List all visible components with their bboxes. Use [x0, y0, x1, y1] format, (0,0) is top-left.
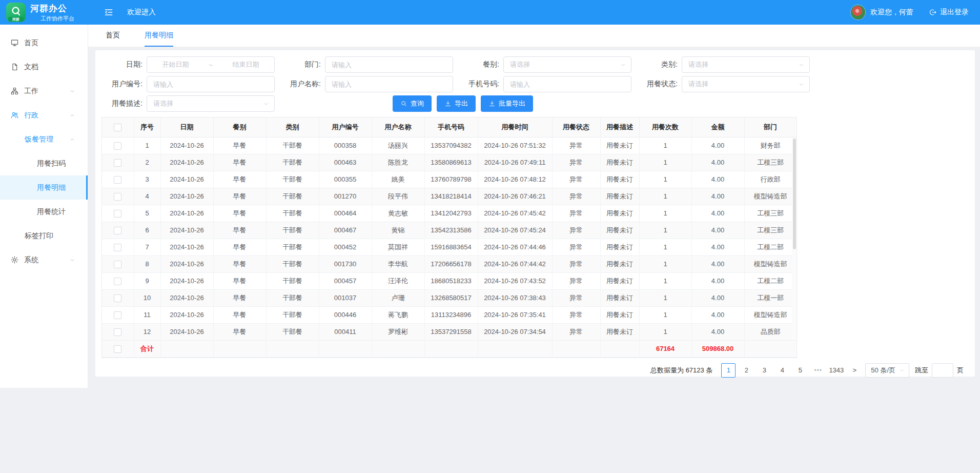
- cell-amount: 4.00: [691, 255, 744, 272]
- filter-meal-type: 餐别:请选择: [458, 56, 637, 73]
- cell-category: 干部餐: [266, 289, 319, 306]
- filter-meal-desc-select[interactable]: 请选择: [147, 95, 275, 112]
- page-size-select[interactable]: 50 条/页: [865, 363, 909, 378]
- page-button-1[interactable]: 1: [721, 363, 736, 378]
- filter-meal-type-select[interactable]: 请选择: [503, 56, 631, 73]
- cell-meal: 早餐: [213, 255, 266, 272]
- sidebar-item-label: 用餐扫码: [37, 159, 66, 168]
- page-button-3[interactable]: 3: [757, 363, 771, 378]
- cell-select: [102, 306, 134, 323]
- cell-desc: 用餐未订: [600, 188, 639, 205]
- page-button-2[interactable]: 2: [739, 363, 753, 378]
- cell-date: 2024-10-26: [160, 323, 213, 340]
- table-scrollbar-thumb[interactable]: [793, 139, 796, 249]
- user-avatar[interactable]: [851, 5, 865, 19]
- page-button-4[interactable]: 4: [775, 363, 789, 378]
- row-checkbox[interactable]: [114, 261, 121, 268]
- cell-desc: 用餐未订: [600, 323, 639, 340]
- cell-dept: 工模一部: [744, 289, 797, 306]
- filter-category: 类别:请选择: [637, 56, 815, 73]
- filter-meal-status-select[interactable]: 请选择: [682, 76, 810, 92]
- cell-category: 干部餐: [266, 239, 319, 255]
- row-checkbox[interactable]: [114, 294, 121, 302]
- filter-category-select[interactable]: 请选择: [682, 56, 810, 73]
- sidebar-item-home[interactable]: 首页: [0, 31, 88, 55]
- row-checkbox[interactable]: [114, 278, 121, 285]
- sidebar-item-docs[interactable]: 文档: [0, 55, 88, 79]
- cell-date: 2024-10-26: [160, 188, 213, 205]
- cell-seq: 9: [134, 272, 160, 289]
- row-checkbox[interactable]: [114, 311, 121, 319]
- app-window: 河群 河群办公 工作协作平台 欢迎进入 欢迎您，何蕾 退出登录 首页文档工作行政…: [0, 0, 980, 473]
- filter-user-name-input[interactable]: [325, 76, 453, 92]
- cell-phone: 18680518233: [424, 272, 478, 289]
- logout-button[interactable]: 退出登录: [929, 8, 969, 17]
- app-logo-icon: 河群: [6, 3, 26, 22]
- filter-date-range[interactable]: 开始日期~结束日期: [147, 56, 275, 73]
- cell-meal: 早餐: [213, 171, 266, 188]
- row-checkbox[interactable]: [114, 244, 121, 251]
- header-right: 欢迎您，何蕾 退出登录: [851, 5, 980, 19]
- row-checkbox[interactable]: [114, 227, 121, 234]
- cell-category: 干部餐: [266, 137, 319, 154]
- app-subtitle: 工作协作平台: [30, 15, 74, 23]
- cell-status: 异常: [552, 222, 600, 239]
- cell-dept: 模型铸造部: [744, 188, 797, 205]
- cell-category: 干部餐: [266, 306, 319, 323]
- sidebar-item-admin[interactable]: 行政: [0, 103, 88, 127]
- batch-export-button[interactable]: 批量导出: [481, 95, 533, 112]
- cell-user_name: 罗维彬: [372, 323, 424, 340]
- cell-meal: 早餐: [213, 289, 266, 306]
- row-checkbox[interactable]: [114, 193, 121, 201]
- sidebar-item-meal-detail[interactable]: 用餐明细: [0, 175, 88, 200]
- search-button[interactable]: 查询: [393, 95, 432, 112]
- sidebar-item-system[interactable]: 系统: [0, 248, 88, 272]
- cell-amount: 4.00: [691, 154, 744, 171]
- filter-phone-input[interactable]: [503, 76, 631, 92]
- cell-phone: 13537291558: [424, 323, 478, 340]
- cell-dept: 财务部: [744, 137, 797, 154]
- chevron-down-icon: [899, 367, 905, 373]
- col-header-time: 用餐时间: [478, 117, 552, 137]
- tab-meal-detail[interactable]: 用餐明细: [145, 25, 173, 47]
- page-button-1343[interactable]: 1343: [829, 363, 844, 378]
- sidebar-item-meal-scan[interactable]: 用餐扫码: [0, 151, 88, 175]
- table-scrollbar[interactable]: [792, 137, 797, 339]
- sidebar-item-meal-management[interactable]: 饭餐管理: [0, 127, 88, 151]
- row-checkbox[interactable]: [114, 176, 121, 184]
- cell-dept: 行政部: [744, 171, 797, 188]
- tab-home[interactable]: 首页: [106, 25, 120, 47]
- filter-department-input[interactable]: [325, 56, 453, 73]
- page-button-5[interactable]: 5: [793, 363, 807, 378]
- row-checkbox[interactable]: [114, 328, 121, 336]
- table-row: 92024-10-26早餐干部餐000457汪泽伦186805182332024…: [102, 272, 797, 289]
- row-checkbox[interactable]: [114, 142, 121, 150]
- pagination-ellipsis[interactable]: •••: [811, 363, 825, 378]
- select-all-checkbox[interactable]: [114, 124, 121, 131]
- cell-dept: 工模三部: [744, 205, 797, 222]
- sidebar-item-label: 行政: [24, 111, 38, 120]
- col-header-date: 日期: [160, 117, 213, 137]
- menu-fold-icon[interactable]: [104, 7, 114, 17]
- export-button[interactable]: 导出: [437, 95, 476, 112]
- cell-desc: 用餐未订: [600, 222, 639, 239]
- sidebar-item-label: 用餐明细: [37, 183, 66, 192]
- filter-user-id-input[interactable]: [147, 76, 275, 92]
- sidebar-item-label-print[interactable]: 标签打印: [0, 224, 88, 248]
- jump-page-input[interactable]: [932, 363, 953, 378]
- sidebar-item-label: 系统: [24, 255, 38, 265]
- summary-checkbox[interactable]: [114, 345, 121, 353]
- cell-phone: 13113234896: [424, 306, 478, 323]
- next-page-button[interactable]: >: [847, 363, 862, 378]
- pagination: 总数据量为 67123 条12345•••1343>50 条/页跳至页: [101, 363, 964, 378]
- table-row: 12024-10-26早餐干部餐000358汤丽兴135370943822024…: [102, 137, 797, 154]
- cell-dept: 工模三部: [744, 222, 797, 239]
- cell-count: 1: [639, 222, 691, 239]
- cell-select: [102, 289, 134, 306]
- row-checkbox[interactable]: [114, 159, 121, 167]
- gear-icon: [10, 255, 19, 264]
- row-checkbox[interactable]: [114, 210, 121, 218]
- cell-count: 1: [639, 205, 691, 222]
- sidebar-item-work[interactable]: 工作: [0, 79, 88, 103]
- sidebar-item-meal-stats[interactable]: 用餐统计: [0, 200, 88, 224]
